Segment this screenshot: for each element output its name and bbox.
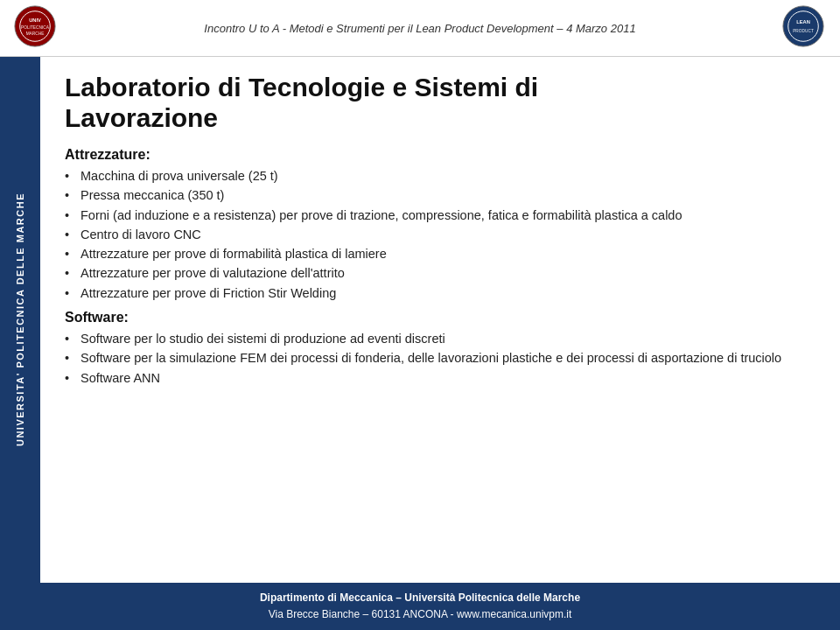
footer: Dipartimento di Meccanica – Università P… xyxy=(0,583,840,630)
main-content: Laboratorio di Tecnologie e Sistemi di L… xyxy=(40,57,840,583)
list-item: • Attrezzature per prove di valutazione … xyxy=(65,263,816,283)
svg-text:POLITECNICA: POLITECNICA xyxy=(21,25,50,30)
crest-icon: UNIV POLITECNICA MARCHE xyxy=(14,5,56,47)
svg-text:MARCHE: MARCHE xyxy=(26,32,45,36)
svg-text:LEAN: LEAN xyxy=(796,19,810,24)
software-section: Software: • Software per lo studio dei s… xyxy=(65,310,816,388)
list-item: • Software per lo studio dei sistemi di … xyxy=(65,329,816,348)
svg-text:PRODUCT: PRODUCT xyxy=(793,29,814,33)
list-item: • Attrezzature per prove di formabilità … xyxy=(65,244,816,263)
list-item: • Macchina di prova universale (25 t) xyxy=(65,166,816,186)
software-heading: Software: xyxy=(65,310,816,326)
footer-line2: Via Brecce Bianche – 60131 ANCONA - www.… xyxy=(18,606,822,623)
software-list: • Software per lo studio dei sistemi di … xyxy=(65,329,816,388)
list-item: • Attrezzature per prove di Friction Sti… xyxy=(65,284,816,303)
header-title: Incontro U to A - Metodi e Strumenti per… xyxy=(204,22,635,35)
svg-text:UNIV: UNIV xyxy=(29,18,41,23)
page-title: Laboratorio di Tecnologie e Sistemi di L… xyxy=(65,73,816,133)
right-logo: LEAN PRODUCT xyxy=(782,5,826,51)
list-item: • Software per la simulazione FEM dei pr… xyxy=(65,348,816,368)
list-item: • Pressa meccanica (350 t) xyxy=(65,186,816,205)
svg-point-5 xyxy=(783,6,823,46)
university-crest-logo: UNIV POLITECNICA MARCHE xyxy=(14,5,58,51)
footer-line1: Dipartimento di Meccanica – Università P… xyxy=(18,590,822,606)
right-logo-icon: LEAN PRODUCT xyxy=(782,5,824,47)
sidebar: UNIVERSITA' POLITECNICA DELLE MARCHE xyxy=(0,57,40,583)
software-ann-item: • Software ANN xyxy=(65,368,816,388)
attrezzature-heading: Attrezzature: xyxy=(65,147,816,163)
attrezzature-section: Attrezzature: • Macchina di prova univer… xyxy=(65,147,816,303)
list-item: • Forni (ad induzione e a resistenza) pe… xyxy=(65,206,816,225)
sidebar-university-name: UNIVERSITA' POLITECNICA DELLE MARCHE xyxy=(15,57,25,583)
attrezzature-list: • Macchina di prova universale (25 t) • … xyxy=(65,166,816,303)
list-item: • Centro di lavoro CNC xyxy=(65,225,816,244)
